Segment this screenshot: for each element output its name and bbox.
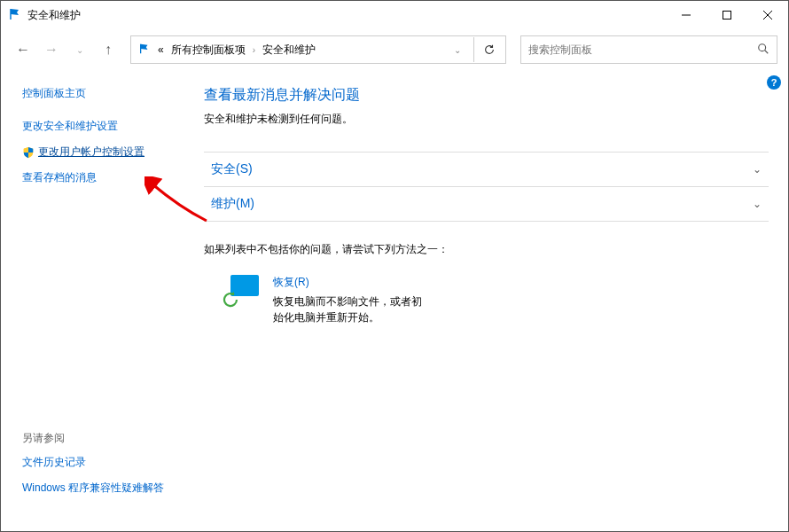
sidebar-change-uac-label: 更改用户帐户控制设置 [38,145,145,160]
search-input[interactable] [528,43,757,56]
recovery-section: 恢复(R) 恢复电脑而不影响文件，或者初始化电脑并重新开始。 [222,275,769,325]
minimize-button[interactable] [666,1,707,29]
forward-button[interactable]: → [40,38,63,61]
help-icon[interactable]: ? [767,75,781,90]
sidebar-compat-troubleshoot[interactable]: Windows 程序兼容性疑难解答 [22,481,191,496]
sidebar-file-history[interactable]: 文件历史记录 [22,455,191,470]
page-title: 查看最新消息并解决问题 [204,86,769,105]
flag-icon [8,7,22,24]
up-button[interactable]: ↑ [97,38,120,61]
sidebar-change-security[interactable]: 更改安全和维护设置 [22,119,191,134]
titlebar: 安全和维护 [1,1,788,29]
shield-icon [22,146,35,159]
chevron-down-icon[interactable]: ⌄ [454,45,461,55]
security-label: 安全(S) [211,161,253,177]
sidebar-archived-messages[interactable]: 查看存档的消息 [22,170,191,185]
flag-icon [138,43,151,58]
recovery-desc: 恢复电脑而不影响文件，或者初始化电脑并重新开始。 [273,293,424,325]
recovery-icon [222,275,259,309]
chevron-down-icon: ⌄ [753,163,762,176]
search-icon[interactable] [757,43,769,58]
close-button[interactable] [747,1,788,29]
main-panel: 查看最新消息并解决问题 安全和维护未检测到任何问题。 安全(S) ⌄ 维护(M)… [191,70,788,531]
breadcrumb-item[interactable]: 安全和维护 [262,43,316,58]
security-section[interactable]: 安全(S) ⌄ [204,152,769,187]
refresh-button[interactable] [473,37,498,62]
svg-point-4 [759,43,766,51]
recovery-link[interactable]: 恢复(R) [273,275,424,290]
search-bar[interactable] [520,35,777,64]
sidebar-change-uac[interactable]: 更改用户帐户控制设置 [22,145,191,160]
breadcrumb-item[interactable]: 所有控制面板项 [171,43,246,58]
content-area: ? 控制面板主页 更改安全和维护设置 更改用户帐户控制设置 查看存档的消息 [1,70,788,531]
chevron-right-icon[interactable]: › [253,45,255,55]
maintenance-section[interactable]: 维护(M) ⌄ [204,186,769,222]
chevron-down-icon: ⌄ [753,198,762,210]
back-button[interactable]: ← [12,38,35,61]
maximize-button[interactable] [707,1,747,29]
no-issues-text: 安全和维护未检测到任何问题。 [204,112,769,127]
svg-rect-1 [723,12,731,20]
maintenance-label: 维护(M) [211,196,254,212]
sidebar-home[interactable]: 控制面板主页 [22,86,191,101]
breadcrumb-prefix: « [158,43,164,56]
see-also-heading: 另请参阅 [22,431,191,446]
window-title: 安全和维护 [27,8,81,23]
window-root: 安全和维护 ← → ⌄ ↑ « 所有控制面板项 [0,0,789,532]
sidebar: 控制面板主页 更改安全和维护设置 更改用户帐户控制设置 查看存档的消息 另请参阅… [1,70,191,531]
troubleshoot-hint: 如果列表中不包括你的问题，请尝试下列方法之一： [204,242,769,257]
svg-line-5 [765,50,769,53]
recent-dropdown-icon[interactable]: ⌄ [68,38,91,61]
navbar: ← → ⌄ ↑ « 所有控制面板项 › 安全和维护 ⌄ [1,29,788,70]
address-bar[interactable]: « 所有控制面板项 › 安全和维护 ⌄ [130,35,506,64]
